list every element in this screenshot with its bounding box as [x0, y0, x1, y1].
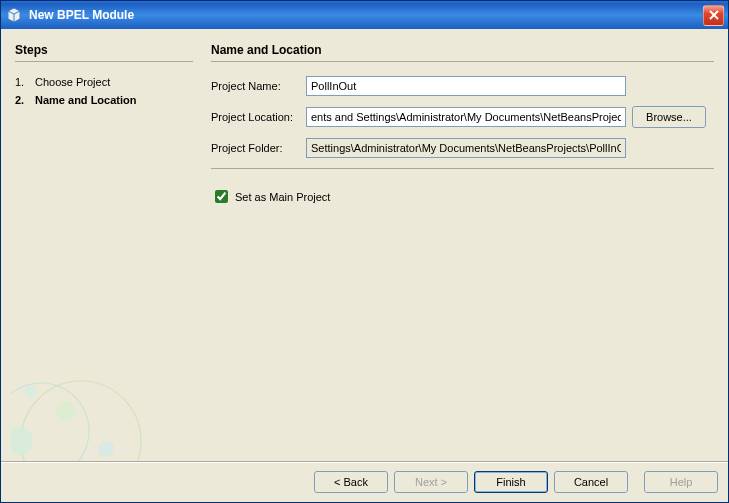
main-panel: Name and Location Project Name: Project …	[201, 37, 718, 461]
step-item-name-location: 2. Name and Location	[15, 94, 193, 106]
row-project-location: Project Location: Browse...	[211, 106, 714, 128]
next-button[interactable]: Next >	[394, 471, 468, 493]
help-button[interactable]: Help	[644, 471, 718, 493]
step-number: 1.	[15, 76, 35, 88]
set-main-label: Set as Main Project	[235, 191, 330, 203]
svg-point-6	[25, 385, 37, 397]
titlebar: New BPEL Module	[1, 1, 728, 29]
project-folder-input[interactable]	[306, 138, 626, 158]
app-icon	[5, 6, 23, 24]
row-set-main: Set as Main Project	[211, 187, 714, 206]
step-item-choose-project: 1. Choose Project	[15, 76, 193, 88]
steps-panel: Steps 1. Choose Project 2. Name and Loca…	[11, 37, 201, 461]
finish-button[interactable]: Finish	[474, 471, 548, 493]
set-main-checkbox[interactable]	[215, 190, 228, 203]
step-number: 2.	[15, 94, 35, 106]
wizard-decoration	[11, 331, 191, 461]
svg-point-7	[56, 401, 76, 421]
content-area: Steps 1. Choose Project 2. Name and Loca…	[1, 29, 728, 461]
browse-button[interactable]: Browse...	[632, 106, 706, 128]
divider	[211, 168, 714, 169]
cancel-button[interactable]: Cancel	[554, 471, 628, 493]
steps-heading: Steps	[15, 43, 193, 62]
main-heading: Name and Location	[211, 43, 714, 62]
project-name-input[interactable]	[306, 76, 626, 96]
step-label: Name and Location	[35, 94, 136, 106]
step-label: Choose Project	[35, 76, 110, 88]
button-bar: < Back Next > Finish Cancel Help	[1, 461, 728, 501]
window-title: New BPEL Module	[27, 8, 703, 22]
row-project-folder: Project Folder:	[211, 138, 714, 158]
project-name-label: Project Name:	[211, 80, 306, 92]
svg-point-4	[11, 383, 89, 461]
close-button[interactable]	[703, 5, 724, 26]
svg-point-9	[11, 427, 33, 455]
project-location-input[interactable]	[306, 107, 626, 127]
project-folder-label: Project Folder:	[211, 142, 306, 154]
back-button[interactable]: < Back	[314, 471, 388, 493]
steps-list: 1. Choose Project 2. Name and Location	[15, 76, 193, 106]
svg-point-8	[98, 441, 114, 457]
close-icon	[709, 10, 719, 20]
row-project-name: Project Name:	[211, 76, 714, 96]
svg-point-5	[21, 381, 141, 461]
project-location-label: Project Location:	[211, 111, 306, 123]
